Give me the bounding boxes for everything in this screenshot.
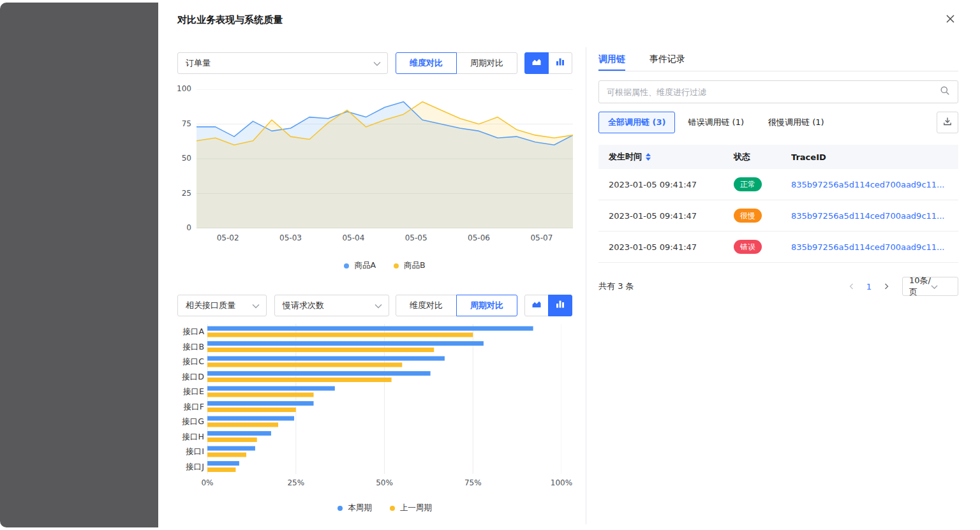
header-status: 状态 bbox=[734, 151, 791, 163]
category-label: 接口C bbox=[165, 354, 204, 369]
search-input[interactable] bbox=[607, 87, 940, 97]
filter-all-traces[interactable]: 全部调用链 (3) bbox=[598, 112, 675, 133]
top-compare-segment: 维度对比 周期对比 bbox=[396, 52, 518, 74]
top-chart-controls: 订单量 维度对比 周期对比 bbox=[177, 52, 573, 74]
row-time: 2023-01-05 09:41:47 bbox=[598, 211, 734, 221]
y-tick-label: 50 bbox=[182, 154, 191, 163]
bottom-dimension-compare-button[interactable]: 维度对比 bbox=[396, 295, 457, 316]
row-time: 2023-01-05 09:41:47 bbox=[598, 242, 734, 252]
trace-id-link[interactable]: 835b97256a5d114ced700aad9c11... bbox=[791, 242, 958, 252]
close-icon bbox=[946, 14, 955, 26]
x-tick-label: 05-06 bbox=[468, 233, 490, 242]
legend-item-series-a[interactable]: 商品A bbox=[344, 260, 376, 271]
legend-label: 本周期 bbox=[348, 503, 372, 513]
tab-event-records[interactable]: 事件记录 bbox=[650, 48, 685, 71]
line-chart bbox=[197, 89, 573, 228]
x-tick-label: 100% bbox=[551, 478, 572, 487]
y-tick-label: 25 bbox=[182, 189, 191, 198]
area-chart-icon bbox=[531, 57, 542, 70]
top-bar-chart-type-button[interactable] bbox=[548, 52, 572, 74]
bottom-metric-select[interactable]: 慢请求次数 bbox=[274, 295, 389, 316]
status-badge: 很慢 bbox=[734, 209, 762, 223]
header-time-label: 发生时间 bbox=[609, 151, 642, 163]
bottom-chart-type-toggle bbox=[524, 295, 573, 316]
category-label: 接口F bbox=[165, 399, 204, 415]
category-label: 接口G bbox=[165, 414, 204, 429]
legend-item-series-b[interactable]: 商品B bbox=[394, 260, 426, 271]
category-label: 接口A bbox=[165, 324, 204, 339]
page-size-value: 10条/页 bbox=[909, 275, 931, 298]
page-size-select[interactable]: 10条/页 bbox=[902, 277, 958, 296]
bar-chart-legend: 本周期 上一周期 bbox=[197, 503, 573, 513]
table-row[interactable]: 2023-01-05 09:41:47 错误 835b97256a5d114ce… bbox=[598, 232, 958, 263]
filter-error-traces[interactable]: 错误调用链 (1) bbox=[688, 112, 744, 133]
download-button[interactable] bbox=[937, 112, 958, 133]
top-metric-select-value: 订单量 bbox=[186, 57, 373, 69]
y-tick-label: 100 bbox=[177, 84, 191, 93]
x-tick-label: 05-04 bbox=[342, 233, 364, 242]
pane-divider bbox=[586, 47, 586, 524]
right-pane-tabs: 调用链 事件记录 bbox=[598, 48, 958, 71]
legend-label: 上一周期 bbox=[400, 503, 432, 513]
bar-chart-category-axis: 接口A接口B接口C接口D接口E接口F接口G接口H接口I接口J bbox=[165, 324, 204, 474]
close-button[interactable] bbox=[943, 13, 957, 27]
category-label: 接口D bbox=[165, 369, 204, 385]
top-metric-select[interactable]: 订单量 bbox=[177, 52, 388, 74]
search-icon[interactable] bbox=[940, 85, 950, 98]
category-label: 接口J bbox=[165, 459, 204, 475]
chevron-down-icon bbox=[252, 301, 260, 311]
bottom-line-chart-type-button[interactable] bbox=[524, 295, 549, 316]
trace-table-header: 发生时间 状态 TraceID bbox=[598, 145, 958, 169]
bar-chart bbox=[207, 324, 561, 474]
table-row[interactable]: 2023-01-05 09:41:47 很慢 835b97256a5d114ce… bbox=[598, 200, 958, 232]
top-period-compare-button[interactable]: 周期对比 bbox=[456, 52, 517, 74]
bar-chart-icon bbox=[555, 57, 565, 70]
chevron-down-icon bbox=[373, 59, 381, 68]
legend-dot bbox=[394, 263, 399, 269]
chevron-right-icon[interactable] bbox=[879, 279, 893, 293]
trace-id-link[interactable]: 835b97256a5d114ced700aad9c11... bbox=[791, 180, 958, 189]
sort-icon[interactable] bbox=[646, 153, 651, 161]
category-label: 接口I bbox=[165, 444, 204, 459]
trace-table: 发生时间 状态 TraceID 2023-01-05 09:41:47 正常 8… bbox=[598, 145, 958, 263]
x-tick-label: 50% bbox=[376, 478, 393, 487]
tab-trace-chain[interactable]: 调用链 bbox=[598, 48, 625, 71]
header-time[interactable]: 发生时间 bbox=[598, 151, 734, 163]
top-chart-type-toggle bbox=[524, 52, 573, 74]
bottom-category-select[interactable]: 相关接口质量 bbox=[177, 295, 267, 316]
filter-slow-traces[interactable]: 很慢调用链 (1) bbox=[768, 112, 824, 133]
x-tick-label: 25% bbox=[287, 478, 304, 487]
category-label: 接口H bbox=[165, 429, 204, 445]
legend-item-previous-period[interactable]: 上一周期 bbox=[390, 503, 432, 513]
chevron-left-icon[interactable] bbox=[845, 279, 859, 293]
trace-id-link[interactable]: 835b97256a5d114ced700aad9c11... bbox=[791, 211, 958, 221]
x-tick-label: 75% bbox=[464, 478, 482, 487]
y-tick-label: 0 bbox=[186, 223, 191, 232]
x-tick-label: 05-07 bbox=[530, 233, 553, 242]
bottom-bar-chart-type-button[interactable] bbox=[548, 295, 572, 316]
bottom-metric-select-value: 慢请求次数 bbox=[283, 300, 375, 311]
bottom-chart-controls: 相关接口质量 慢请求次数 维度对比 周期对比 bbox=[177, 295, 573, 316]
x-tick-label: 05-03 bbox=[279, 233, 302, 242]
modal-title: 对比业务表现与系统质量 bbox=[177, 14, 283, 26]
top-line-chart-type-button[interactable] bbox=[524, 52, 549, 74]
bottom-period-compare-button[interactable]: 周期对比 bbox=[456, 295, 517, 316]
compare-modal: 对比业务表现与系统质量 订单量 维度对比 周期对比 0255075100 05-… bbox=[158, 0, 980, 530]
download-icon bbox=[942, 116, 953, 129]
bottom-category-select-value: 相关接口质量 bbox=[186, 300, 252, 311]
modal-backdrop[interactable] bbox=[0, 3, 158, 527]
top-dimension-compare-button[interactable]: 维度对比 bbox=[396, 52, 457, 74]
total-count: 共有 3 条 bbox=[598, 281, 634, 292]
category-label: 接口B bbox=[165, 339, 204, 355]
table-row[interactable]: 2023-01-05 09:41:47 正常 835b97256a5d114ce… bbox=[598, 169, 958, 200]
bottom-compare-segment: 维度对比 周期对比 bbox=[396, 295, 518, 316]
area-chart-icon bbox=[531, 299, 542, 312]
legend-item-current-period[interactable]: 本周期 bbox=[338, 503, 372, 513]
line-chart-legend: 商品A 商品B bbox=[197, 260, 573, 271]
x-tick-label: 05-05 bbox=[405, 233, 427, 242]
page-number[interactable]: 1 bbox=[866, 282, 872, 291]
chevron-down-icon bbox=[931, 282, 953, 291]
line-chart-x-axis: 05-0205-0305-0405-0505-0605-07 bbox=[197, 233, 573, 244]
pagination: 共有 3 条 1 10条/页 bbox=[598, 276, 958, 297]
trace-filter-search bbox=[598, 80, 958, 103]
